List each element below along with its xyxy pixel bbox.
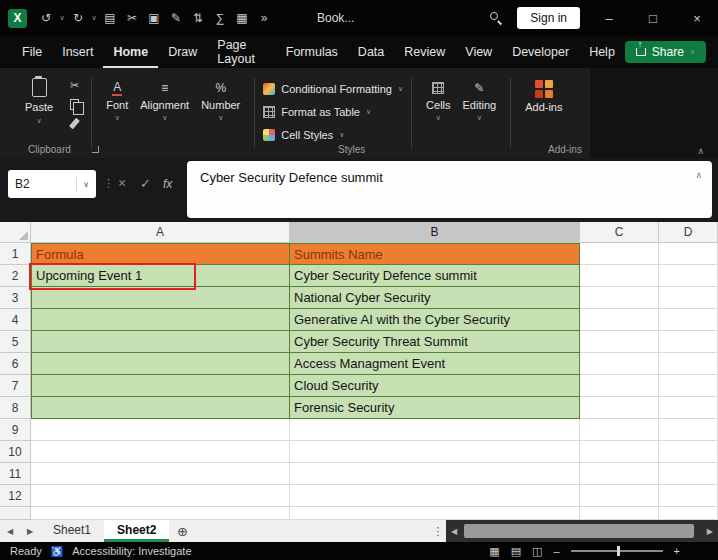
page-break-view-icon[interactable]: ◫ [532, 545, 542, 558]
cell-A8[interactable] [31, 397, 290, 419]
cell-C5[interactable] [580, 331, 659, 353]
redo-icon[interactable]: ↻ [67, 11, 89, 25]
cell-C6[interactable] [580, 353, 659, 375]
row-header-11[interactable]: 11 [0, 463, 31, 485]
more-commands-icon[interactable]: » [253, 11, 275, 25]
sort-icon[interactable]: ⇅ [187, 11, 209, 25]
column-header-c[interactable]: C [580, 222, 659, 243]
undo-dropdown-icon[interactable]: ∨ [57, 14, 67, 22]
tab-formulas[interactable]: Formulas [276, 37, 348, 68]
font-group-button[interactable]: A Font ∨ [100, 76, 134, 122]
scrollbar-track[interactable] [462, 520, 702, 542]
cell-D10[interactable] [659, 441, 718, 463]
cell-D1[interactable] [659, 243, 718, 265]
cell-A6[interactable] [31, 353, 290, 375]
minimize-icon[interactable]: – [594, 11, 624, 26]
clipboard-icon[interactable]: ▤ [99, 11, 121, 25]
scroll-right-icon[interactable]: ▶ [707, 527, 713, 536]
cell-A4[interactable] [31, 309, 290, 331]
row-header-2[interactable]: 2 [0, 265, 31, 287]
copy-icon[interactable] [70, 99, 79, 110]
tab-file[interactable]: File [12, 37, 52, 68]
tab-home[interactable]: Home [103, 37, 158, 68]
close-icon[interactable]: × [682, 11, 712, 26]
cell-B3[interactable]: National Cyber Security [290, 287, 580, 309]
cell-D6[interactable] [659, 353, 718, 375]
cancel-icon[interactable]: × [118, 175, 126, 191]
zoom-slider-thumb[interactable] [617, 546, 620, 556]
redo-dropdown-icon[interactable]: ∨ [89, 14, 99, 22]
cell-D3[interactable] [659, 287, 718, 309]
cell-A10[interactable] [31, 441, 290, 463]
tab-help[interactable]: Help [579, 37, 625, 68]
cut-icon[interactable]: ✂ [121, 11, 143, 25]
name-box[interactable]: B2 ∨ [8, 170, 96, 198]
sheet-tab-overflow-icon[interactable]: ⋮ [430, 520, 446, 542]
row-header-1[interactable]: 1 [0, 243, 31, 265]
row-header-3[interactable]: 3 [0, 287, 31, 309]
undo-icon[interactable]: ↺ [35, 11, 57, 25]
accessibility-status[interactable]: Accessibility: Investigate [72, 545, 191, 557]
cell-A5[interactable] [31, 331, 290, 353]
alignment-group-button[interactable]: ≡ Alignment ∨ [134, 76, 195, 122]
zoom-slider[interactable] [571, 550, 663, 552]
cell-styles-button[interactable]: Cell Styles ∨ [263, 124, 403, 145]
cell-A7[interactable] [31, 375, 290, 397]
zoom-out-icon[interactable]: – [553, 545, 559, 557]
cell-A1[interactable]: Formula [31, 243, 290, 265]
conditional-formatting-button[interactable]: Conditional Formatting ∨ [263, 78, 403, 99]
horizontal-scrollbar[interactable]: ◀ ▶ [446, 520, 718, 542]
cell-B12[interactable] [290, 485, 580, 507]
cell-B2[interactable]: Cyber Security Defence summit [290, 265, 580, 287]
format-painter-icon[interactable] [69, 118, 80, 130]
tab-review[interactable]: Review [394, 37, 455, 68]
cell-B5[interactable]: Cyber Security Threat Summit [290, 331, 580, 353]
insert-function-icon[interactable]: fx [163, 177, 172, 191]
row-header-5[interactable]: 5 [0, 331, 31, 353]
cell-C8[interactable] [580, 397, 659, 419]
page-layout-view-icon[interactable]: ▤ [511, 545, 521, 558]
tab-view[interactable]: View [455, 37, 502, 68]
column-header-a[interactable]: A [31, 222, 290, 243]
cell-C10[interactable] [580, 441, 659, 463]
row-header-8[interactable]: 8 [0, 397, 31, 419]
formula-bar-handle-icon[interactable]: ⋮ [103, 177, 114, 190]
cell-C11[interactable] [580, 463, 659, 485]
cells-group-button[interactable]: Cells ∨ [420, 76, 456, 122]
cell-C3[interactable] [580, 287, 659, 309]
maximize-icon[interactable]: □ [638, 11, 668, 26]
clipboard-dialog-launcher-icon[interactable] [92, 146, 99, 153]
cell-B8[interactable]: Forensic Security [290, 397, 580, 419]
number-group-button[interactable]: % Number ∨ [195, 76, 246, 122]
cell-C1[interactable] [580, 243, 659, 265]
paste-button[interactable]: Paste ∨ [16, 76, 62, 125]
row-header-10[interactable]: 10 [0, 441, 31, 463]
cell-D7[interactable] [659, 375, 718, 397]
cell-B6[interactable]: Access Managment Event [290, 353, 580, 375]
collapse-ribbon-icon[interactable]: ∧ [697, 146, 704, 156]
tab-draw[interactable]: Draw [158, 37, 207, 68]
sheet-tab-sheet2[interactable]: Sheet2 [104, 520, 169, 542]
column-header-d[interactable]: D [659, 222, 718, 243]
sheet-tab-sheet1[interactable]: Sheet1 [40, 520, 104, 542]
addins-button[interactable]: Add-ins [519, 76, 568, 113]
cell-C2[interactable] [580, 265, 659, 287]
cell-C4[interactable] [580, 309, 659, 331]
scrollbar-thumb[interactable] [464, 524, 694, 538]
autosum-icon[interactable]: ∑ [209, 11, 231, 25]
cell-C7[interactable] [580, 375, 659, 397]
cell-D8[interactable] [659, 397, 718, 419]
cell-A2[interactable]: Upcoming Event 1 [31, 265, 290, 287]
share-button[interactable]: Share ∨ [625, 41, 706, 63]
cell-B4[interactable]: Generative AI with the Cyber Security [290, 309, 580, 331]
cell-A3[interactable] [31, 287, 290, 309]
cell-B7[interactable]: Cloud Security [290, 375, 580, 397]
cell-D11[interactable] [659, 463, 718, 485]
row-header-12[interactable]: 12 [0, 485, 31, 507]
cell-C12[interactable] [580, 485, 659, 507]
cell-D12[interactable] [659, 485, 718, 507]
tab-insert[interactable]: Insert [52, 37, 103, 68]
collapse-formula-bar-icon[interactable]: ∧ [695, 170, 702, 180]
zoom-in-icon[interactable]: + [674, 545, 680, 557]
name-box-dropdown-icon[interactable]: ∨ [83, 180, 89, 189]
